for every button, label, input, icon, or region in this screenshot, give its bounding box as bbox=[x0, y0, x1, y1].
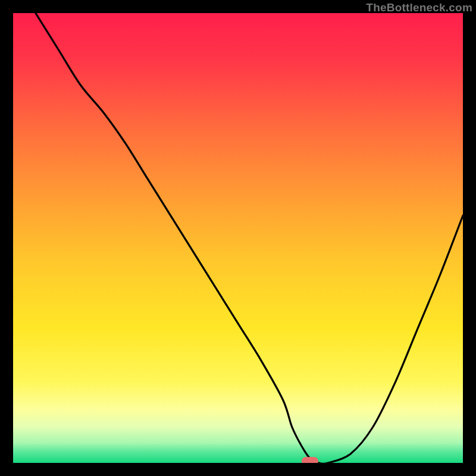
bottleneck-curve bbox=[13, 13, 463, 463]
optimal-marker bbox=[302, 457, 318, 463]
chart-frame: TheBottleneck.com bbox=[0, 0, 476, 476]
watermark: TheBottleneck.com bbox=[366, 1, 472, 14]
plot-area bbox=[13, 13, 463, 463]
